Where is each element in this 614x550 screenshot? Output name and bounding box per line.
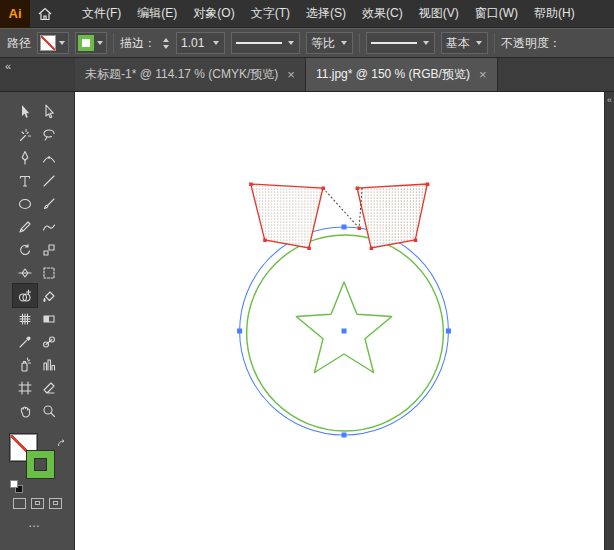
hand-tool[interactable] (13, 399, 37, 422)
menu-file[interactable]: 文件(F) (82, 5, 121, 22)
zoom-tool[interactable] (37, 399, 61, 422)
live-paint-bucket-tool[interactable] (37, 284, 61, 307)
stroke-color-picker[interactable] (75, 32, 107, 54)
rotate-tool[interactable] (13, 238, 37, 261)
stroke-width-dropdown[interactable]: 1.01 (176, 32, 225, 54)
chevron-down-icon[interactable] (288, 41, 294, 45)
shaper-tool[interactable] (37, 215, 61, 238)
path-label: 路径 (7, 35, 31, 52)
paintbrush-tool[interactable] (37, 192, 61, 215)
stepper-down-icon[interactable] (163, 45, 169, 49)
tab-label: 未标题-1* @ 114.17 % (CMYK/预览) (85, 66, 278, 83)
mesh-tool[interactable] (13, 307, 37, 330)
tool-grid (13, 100, 61, 422)
slice-tool[interactable] (37, 376, 61, 399)
pen-tool[interactable] (13, 146, 37, 169)
draw-inside-button[interactable] (49, 498, 62, 509)
draw-normal-button[interactable] (13, 498, 26, 509)
ribbon-right[interactable] (357, 184, 427, 248)
collapse-left-icon[interactable]: « (5, 60, 11, 72)
pencil-tool[interactable] (13, 215, 37, 238)
curvature-tool[interactable] (37, 146, 61, 169)
blend-tool[interactable] (37, 330, 61, 353)
ellipse-tool[interactable] (13, 192, 37, 215)
line-segment-tool[interactable] (37, 169, 61, 192)
chevron-down-icon[interactable] (476, 41, 482, 45)
medal-artwork (75, 92, 604, 550)
uniform-label: 等比 (311, 35, 335, 52)
default-fill-stroke-icon[interactable] (10, 480, 23, 493)
panel-collapse[interactable]: « (0, 58, 75, 91)
tab-untitled-1[interactable]: 未标题-1* @ 114.17 % (CMYK/预览) × (75, 58, 306, 91)
ribbon-left[interactable] (251, 184, 323, 248)
selection-tool[interactable] (13, 100, 37, 123)
menu-window[interactable]: 窗口(W) (475, 5, 518, 22)
uniform-dropdown[interactable]: 等比 (306, 32, 353, 54)
document-tab-bar: « 未标题-1* @ 114.17 % (CMYK/预览) × 11.jpg* … (0, 58, 614, 92)
fill-none-swatch[interactable] (40, 35, 56, 51)
collapse-right-icon[interactable]: « (607, 95, 612, 105)
type-tool[interactable] (13, 169, 37, 192)
stroke-color-swatch[interactable] (78, 35, 94, 51)
stroke-width-value: 1.01 (181, 36, 207, 50)
width-profile-dropdown[interactable] (231, 32, 300, 54)
menubar: Ai 文件(F) 编辑(E) 对象(O) 文字(T) 选择(S) 效果(C) 视… (0, 0, 614, 28)
menu-type[interactable]: 文字(T) (251, 5, 290, 22)
tools-panel: … (0, 92, 75, 550)
home-icon[interactable] (30, 0, 60, 28)
main-area: … (0, 92, 614, 550)
chevron-down-icon[interactable] (97, 41, 103, 45)
magic-wand-tool[interactable] (13, 123, 37, 146)
symbol-sprayer-tool[interactable] (13, 353, 37, 376)
free-transform-tool[interactable] (37, 261, 61, 284)
chevron-down-icon[interactable] (341, 41, 347, 45)
column-graph-tool[interactable] (37, 353, 61, 376)
stroke-swatch[interactable] (27, 451, 54, 478)
selection-handles[interactable] (237, 225, 451, 438)
line-preview-icon (236, 42, 282, 44)
stroke-width-stepper[interactable] (162, 38, 170, 49)
tab-11-jpg[interactable]: 11.jpg* @ 150 % (RGB/预览) × (306, 58, 498, 91)
menu-items: 文件(F) 编辑(E) 对象(O) 文字(T) 选择(S) 效果(C) 视图(V… (82, 5, 575, 22)
right-panel-dock[interactable]: « (604, 92, 614, 550)
eyedropper-tool[interactable] (13, 330, 37, 353)
menu-view[interactable]: 视图(V) (419, 5, 459, 22)
handle-right (446, 329, 451, 334)
artboard-tool[interactable] (13, 376, 37, 399)
menu-object[interactable]: 对象(O) (193, 5, 234, 22)
close-icon[interactable]: × (287, 68, 295, 81)
swap-fill-stroke-icon[interactable] (57, 435, 67, 453)
scale-tool[interactable] (37, 238, 61, 261)
chevron-down-icon[interactable] (59, 41, 65, 45)
menu-select[interactable]: 选择(S) (306, 5, 346, 22)
menu-effect[interactable]: 效果(C) (362, 5, 403, 22)
medal-star[interactable] (296, 282, 392, 373)
handle-bottom (342, 433, 347, 438)
chevron-down-icon[interactable] (213, 41, 219, 45)
width-tool[interactable] (13, 261, 37, 284)
control-bar: 路径 描边： 1.01 等比 (0, 28, 614, 58)
chevron-down-icon[interactable] (423, 41, 429, 45)
menu-help[interactable]: 帮助(H) (534, 5, 575, 22)
default-fill-square (10, 480, 18, 488)
illustrator-logo[interactable]: Ai (0, 0, 30, 28)
stroke-weight-label: 描边： (120, 35, 156, 52)
lasso-tool[interactable] (37, 123, 61, 146)
stepper-up-icon[interactable] (163, 38, 169, 42)
marquee-dotted-line (323, 188, 362, 228)
fill-stroke-indicator (10, 434, 68, 490)
handle-top (342, 225, 347, 230)
fill-color-picker[interactable] (37, 32, 69, 54)
edit-toolbar-button[interactable]: … (28, 516, 40, 530)
basic-dropdown[interactable]: 基本 (441, 32, 488, 54)
draw-modes (13, 498, 62, 509)
document-canvas[interactable] (75, 92, 604, 550)
brush-definition-dropdown[interactable] (366, 32, 435, 54)
divider (359, 33, 360, 53)
shape-builder-tool[interactable] (13, 284, 37, 307)
draw-behind-button[interactable] (31, 498, 44, 509)
close-icon[interactable]: × (479, 68, 487, 81)
menu-edit[interactable]: 编辑(E) (137, 5, 177, 22)
direct-selection-tool[interactable] (37, 100, 61, 123)
gradient-tool[interactable] (37, 307, 61, 330)
